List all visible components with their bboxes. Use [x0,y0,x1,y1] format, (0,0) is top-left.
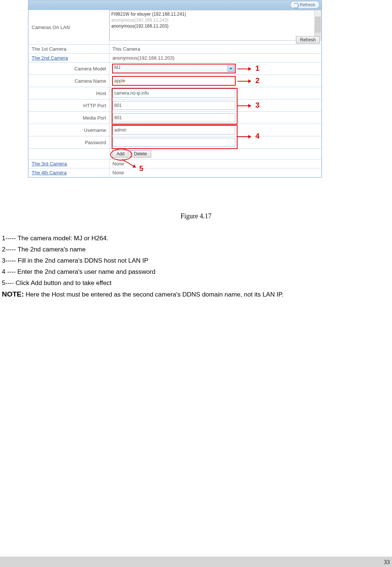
callout-number-3: 3 [255,101,259,110]
camera-list-cell: FI9821W for ebuyer (192.168.11.241) anon… [109,10,321,44]
chevron-down-icon [227,65,234,72]
legend-block: 1----- The camera model: MJ or H264. 2--… [2,233,284,300]
camera-model-value: MJ [114,65,120,70]
media-port-label: Media Port [29,112,109,124]
cameras-on-lan-label: Cameras On LAN [29,10,109,45]
legend-line: 1----- The camera model: MJ or H264. [2,233,284,244]
refresh-button-top[interactable]: Refresh [290,1,319,9]
camera-name-input[interactable] [112,76,235,85]
camera-model-label: Camera Model [29,63,109,75]
empty-cell [29,149,109,159]
page-number: 33 [384,559,390,566]
refresh-button-top-label: Refresh [300,2,315,7]
callout-number-4: 4 [255,132,259,140]
first-camera-value: This Camera [109,45,322,54]
note-text: Here the Host must be entered as the sec… [24,291,283,298]
callout-number-1: 1 [255,64,259,73]
scrollbar[interactable] [314,11,321,39]
footer-bar [0,557,392,567]
camera-model-select[interactable]: MJ [112,64,235,73]
callout-arrow-3 [238,105,251,106]
second-camera-link[interactable]: The 2nd Camera [32,55,68,61]
camera-list-item[interactable]: anonymous(192.168.11.243) [111,17,319,23]
camera-name-label: Camera Name [29,75,109,87]
legend-line: 3----- Fill in the 2nd camera's DDNS hos… [2,255,284,266]
username-label: Username [29,124,109,136]
callout-arrow-4 [238,136,251,137]
first-camera-label: The 1st Camera [29,45,109,54]
callout-arrow-1 [238,69,251,69]
camera-list-item[interactable]: FI9821W for ebuyer (192.168.11.241) [111,11,319,17]
third-camera-link[interactable]: The 3rd Camera [32,161,67,167]
camera-list-item[interactable]: anonymous(192.168.11.203) [111,23,319,29]
callout-number-5: 5 [139,164,143,173]
refresh-button-inline[interactable]: Refresh [296,36,320,44]
camera-list-box[interactable]: FI9821W for ebuyer (192.168.11.241) anon… [109,10,321,41]
callout-arrow-2 [238,81,251,82]
figure: Refresh Cameras On LAN FI9821W for ebuye… [28,0,322,178]
password-input[interactable] [112,138,235,147]
host-input[interactable] [112,89,235,98]
legend-line: 2----- The 2nd camera's name [2,244,284,255]
http-port-input[interactable] [112,101,235,110]
note-label: NOTE: [2,290,24,298]
callout-oval-5 [110,149,132,161]
scrollbar-thumb[interactable] [315,17,321,32]
callout-number-2: 2 [255,76,259,85]
settings-panel: Refresh Cameras On LAN FI9821W for ebuye… [28,0,322,178]
legend-line: 5---- Click Add button and to take effec… [2,278,284,289]
panel-topbar: Refresh [28,0,322,10]
username-input[interactable] [112,126,235,134]
legend-note: NOTE: Here the Host must be entered as t… [2,289,284,300]
second-camera-value: anonymous(192.168.11.203) [109,54,322,63]
delete-button[interactable]: Delete [130,150,151,158]
media-port-input[interactable] [112,113,235,122]
figure-caption: Figure 4.17 [0,212,392,220]
http-port-label: HTTP Port [29,99,109,112]
refresh-icon [293,3,299,9]
password-label: Password [29,136,109,149]
legend-line: 4 ---- Enter the 2nd camera's user name … [2,266,284,278]
host-label: Host [29,87,109,99]
settings-table: Cameras On LAN FI9821W for ebuyer (192.1… [28,10,322,177]
fourth-camera-link[interactable]: The 4th Camera [32,170,67,175]
